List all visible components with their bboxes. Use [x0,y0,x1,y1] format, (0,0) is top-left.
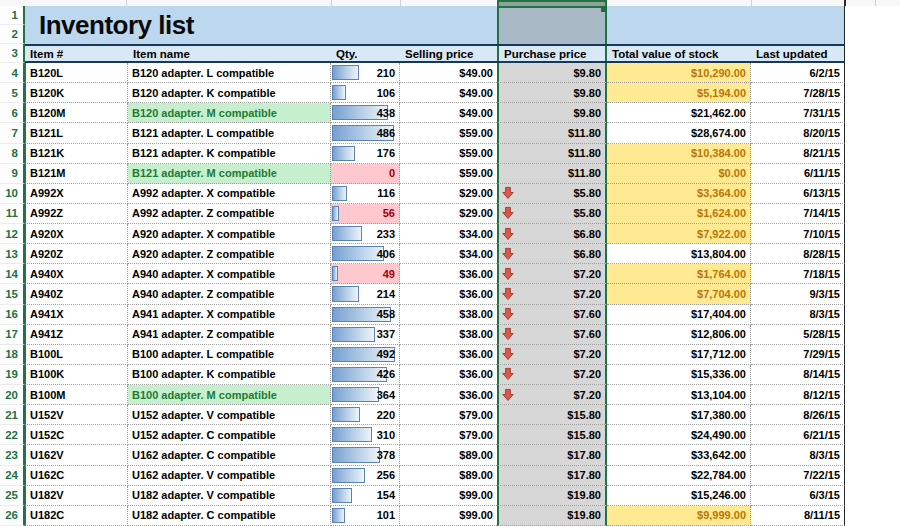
cell-selling-price[interactable]: $34.00 [400,224,497,244]
cell-total-value[interactable]: $5,194.00 [607,83,751,103]
cell-last-updated[interactable]: 8/28/15 [751,244,845,264]
cell-qty[interactable]: 101 [331,506,400,526]
cell-item-name[interactable]: A940 adapter. X compatible [128,264,331,284]
cell-qty[interactable]: 406 [331,244,400,264]
cell-last-updated[interactable]: 5/28/15 [751,325,845,345]
cell-item-name[interactable]: B120 adapter. L compatible [128,63,331,83]
cell-item-name[interactable]: A920 adapter. Z compatible [128,244,331,264]
cell-qty[interactable]: 378 [331,445,400,465]
cell-item-number[interactable]: B120K [25,83,128,103]
cell-total-value[interactable]: $15,246.00 [607,486,751,506]
cell-purchase-price[interactable]: $6.80 [497,224,607,244]
cell-last-updated[interactable]: 6/3/15 [751,486,845,506]
cell-selling-price[interactable]: $38.00 [400,305,497,325]
cell-selling-price[interactable]: $36.00 [400,264,497,284]
cell-item-number[interactable]: A992Z [25,204,128,224]
cell-item-name[interactable]: U182 adapter. C compatible [128,506,331,526]
row-header[interactable]: 6 [0,103,25,123]
cell-qty[interactable]: 214 [331,284,400,304]
cell-purchase-price[interactable]: $15.80 [497,405,607,425]
cell-item-name[interactable]: B121 adapter. K compatible [128,144,331,164]
cell-last-updated[interactable]: 6/21/15 [751,425,845,445]
cell-total-value[interactable]: $28,674.00 [607,123,751,143]
cell-purchase-price[interactable]: $6.80 [497,244,607,264]
cell-item-name[interactable]: B121 adapter. M compatible [128,164,331,184]
cell-purchase-price[interactable]: $7.20 [497,365,607,385]
row-header[interactable]: 19 [0,365,25,385]
cell-selling-price[interactable]: $99.00 [400,506,497,526]
cell-purchase-price[interactable]: $9.80 [497,63,607,83]
cell-last-updated[interactable]: 7/18/15 [751,264,845,284]
cell-qty[interactable]: 310 [331,425,400,445]
cell-selling-price[interactable]: $36.00 [400,385,497,405]
cell-qty[interactable]: 364 [331,385,400,405]
cell-last-updated[interactable]: 6/13/15 [751,184,845,204]
column-header-item-name[interactable]: Item name [128,46,331,61]
cell-item-number[interactable]: B100M [25,385,128,405]
cell-selling-price[interactable]: $36.00 [400,365,497,385]
cell-item-name[interactable]: A920 adapter. X compatible [128,224,331,244]
cell-purchase-price[interactable]: $7.20 [497,284,607,304]
cell-selling-price[interactable]: $59.00 [400,144,497,164]
cell-last-updated[interactable]: 7/29/15 [751,345,845,365]
cell-total-value[interactable]: $3,364.00 [607,184,751,204]
column-header-item-number[interactable]: Item # [25,46,128,61]
cell-last-updated[interactable]: 7/31/15 [751,103,845,123]
cell-last-updated[interactable]: 7/28/15 [751,83,845,103]
cell-selling-price[interactable]: $36.00 [400,345,497,365]
cell-item-number[interactable]: U182V [25,486,128,506]
row-header[interactable]: 17 [0,325,25,345]
cell-qty[interactable]: 256 [331,466,400,486]
cell-total-value[interactable]: $13,104.00 [607,385,751,405]
row-header[interactable]: 9 [0,164,25,184]
cell-item-name[interactable]: A941 adapter. Z compatible [128,325,331,345]
cell-selling-price[interactable]: $59.00 [400,164,497,184]
cell-qty[interactable]: 154 [331,486,400,506]
cell-item-name[interactable]: B121 adapter. L compatible [128,123,331,143]
cell-item-name[interactable]: U162 adapter. C compatible [128,445,331,465]
cell-qty[interactable]: 486 [331,123,400,143]
cell-item-number[interactable]: A940Z [25,284,128,304]
row-header[interactable]: 21 [0,405,25,425]
cell-total-value[interactable]: $10,384.00 [607,144,751,164]
cell-item-number[interactable]: U182C [25,506,128,526]
cell-last-updated[interactable]: 8/26/15 [751,405,845,425]
cell-item-number[interactable]: B121M [25,164,128,184]
cell-selling-price[interactable]: $36.00 [400,284,497,304]
row-header-2[interactable]: 2 [0,25,25,44]
cell-purchase-price[interactable]: $7.60 [497,305,607,325]
cell-total-value[interactable]: $22,784.00 [607,466,751,486]
cell-total-value[interactable]: $12,806.00 [607,325,751,345]
cell-selling-price[interactable]: $49.00 [400,103,497,123]
cell-item-name[interactable]: A941 adapter. X compatible [128,305,331,325]
cell-item-name[interactable]: B100 adapter. M compatible [128,385,331,405]
cell-selling-price[interactable]: $99.00 [400,486,497,506]
row-header[interactable]: 26 [0,506,25,526]
cell-last-updated[interactable]: 8/14/15 [751,365,845,385]
cell-qty[interactable]: 116 [331,184,400,204]
cell-item-name[interactable]: B120 adapter. K compatible [128,83,331,103]
row-header[interactable]: 16 [0,305,25,325]
cell-item-number[interactable]: B121K [25,144,128,164]
cell-qty[interactable]: 56 [331,204,400,224]
cell-qty[interactable]: 0 [331,164,400,184]
cell-total-value[interactable]: $9,999.00 [607,506,751,526]
cell-last-updated[interactable]: 9/3/15 [751,284,845,304]
title-cell[interactable]: Inventory list [25,6,845,44]
cell-item-number[interactable]: B120L [25,63,128,83]
cell-item-name[interactable]: U152 adapter. V compatible [128,405,331,425]
row-header[interactable]: 20 [0,385,25,405]
cell-qty[interactable]: 233 [331,224,400,244]
cell-total-value[interactable]: $13,804.00 [607,244,751,264]
cell-purchase-price[interactable]: $9.80 [497,103,607,123]
cell-item-number[interactable]: A941Z [25,325,128,345]
row-header[interactable]: 14 [0,264,25,284]
column-header-purchase-price[interactable]: Purchase price [497,46,607,61]
cell-qty[interactable]: 438 [331,103,400,123]
cell-item-number[interactable]: A920Z [25,244,128,264]
cell-last-updated[interactable]: 8/12/15 [751,385,845,405]
cell-purchase-price[interactable]: $9.80 [497,83,607,103]
cell-total-value[interactable]: $17,380.00 [607,405,751,425]
cell-selling-price[interactable]: $34.00 [400,244,497,264]
row-header[interactable]: 4 [0,63,25,83]
